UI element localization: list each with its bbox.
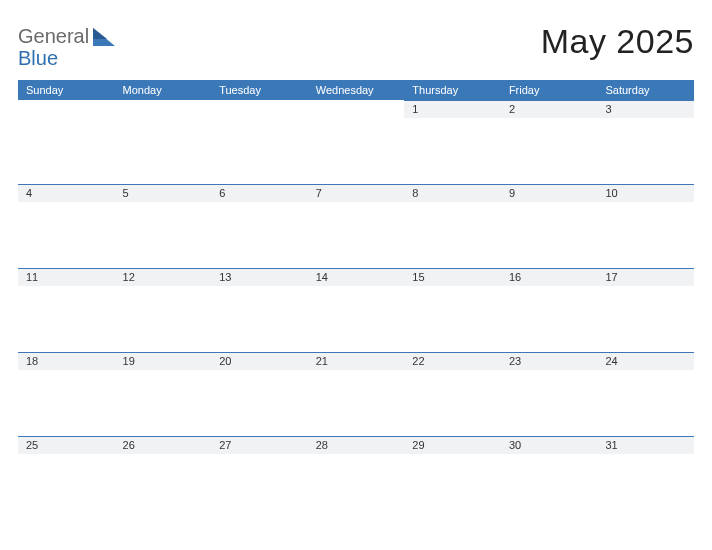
day-cell: 7 [308, 184, 405, 268]
brand-triangle-icon [93, 28, 115, 48]
day-number: 1 [404, 101, 501, 118]
day-cell: 8 [404, 184, 501, 268]
day-body [404, 202, 501, 268]
day-number: 3 [597, 101, 694, 118]
day-cell: 12 [115, 268, 212, 352]
brand-text: General Blue [18, 26, 89, 68]
day-number: 7 [308, 185, 405, 202]
day-cell-empty [115, 100, 212, 184]
day-number: 26 [115, 437, 212, 454]
day-cell: 4 [18, 184, 115, 268]
day-body [501, 454, 598, 520]
day-number: 14 [308, 269, 405, 286]
day-cell-empty [211, 100, 308, 184]
day-cell: 19 [115, 352, 212, 436]
day-body [404, 454, 501, 520]
day-number: 30 [501, 437, 598, 454]
weeks-container: 1234567891011121314151617181920212223242… [18, 100, 694, 520]
day-body [501, 118, 598, 184]
day-cell-empty [18, 100, 115, 184]
week-row: 45678910 [18, 184, 694, 268]
day-number: 20 [211, 353, 308, 370]
day-number: 23 [501, 353, 598, 370]
day-cell: 1 [404, 100, 501, 184]
day-body [501, 202, 598, 268]
calendar-grid: Sunday Monday Tuesday Wednesday Thursday… [18, 80, 694, 520]
day-body [597, 286, 694, 352]
day-number: 22 [404, 353, 501, 370]
day-cell: 20 [211, 352, 308, 436]
day-cell: 3 [597, 100, 694, 184]
day-body [404, 118, 501, 184]
day-body [115, 286, 212, 352]
day-body [597, 370, 694, 436]
day-cell: 13 [211, 268, 308, 352]
day-number: 17 [597, 269, 694, 286]
day-body [308, 454, 405, 520]
day-number: 2 [501, 101, 598, 118]
day-body [18, 202, 115, 268]
day-cell: 14 [308, 268, 405, 352]
day-body [18, 286, 115, 352]
day-body [501, 286, 598, 352]
day-number: 11 [18, 269, 115, 286]
day-body [308, 370, 405, 436]
day-cell: 6 [211, 184, 308, 268]
day-body [308, 202, 405, 268]
day-number: 24 [597, 353, 694, 370]
day-body [597, 118, 694, 184]
day-body [211, 202, 308, 268]
brand-logo: General Blue [18, 22, 115, 68]
day-cell: 17 [597, 268, 694, 352]
day-number: 13 [211, 269, 308, 286]
day-cell: 10 [597, 184, 694, 268]
week-row: 123 [18, 100, 694, 184]
day-cell: 5 [115, 184, 212, 268]
day-number: 31 [597, 437, 694, 454]
dow-monday: Monday [115, 84, 212, 96]
day-body [597, 202, 694, 268]
day-cell: 24 [597, 352, 694, 436]
day-body [18, 454, 115, 520]
day-cell: 23 [501, 352, 598, 436]
day-cell: 22 [404, 352, 501, 436]
day-body [211, 454, 308, 520]
week-row: 11121314151617 [18, 268, 694, 352]
day-number: 25 [18, 437, 115, 454]
day-cell: 30 [501, 436, 598, 520]
day-number: 5 [115, 185, 212, 202]
day-cell: 29 [404, 436, 501, 520]
day-number: 28 [308, 437, 405, 454]
day-cell: 31 [597, 436, 694, 520]
day-number: 16 [501, 269, 598, 286]
day-number: 6 [211, 185, 308, 202]
day-body [211, 370, 308, 436]
header: General Blue May 2025 [18, 22, 694, 68]
day-number: 8 [404, 185, 501, 202]
day-body [597, 454, 694, 520]
day-cell: 15 [404, 268, 501, 352]
brand-word-1: General [18, 25, 89, 47]
day-of-week-header: Sunday Monday Tuesday Wednesday Thursday… [18, 80, 694, 100]
day-number: 19 [115, 353, 212, 370]
day-body [501, 370, 598, 436]
dow-wednesday: Wednesday [308, 84, 405, 96]
day-body [115, 370, 212, 436]
brand-word-2: Blue [18, 48, 89, 68]
day-cell: 9 [501, 184, 598, 268]
day-cell: 28 [308, 436, 405, 520]
day-body [308, 286, 405, 352]
day-body [115, 202, 212, 268]
day-cell: 2 [501, 100, 598, 184]
day-cell: 26 [115, 436, 212, 520]
day-cell: 18 [18, 352, 115, 436]
day-number: 10 [597, 185, 694, 202]
day-body [404, 286, 501, 352]
dow-saturday: Saturday [597, 84, 694, 96]
day-number: 27 [211, 437, 308, 454]
day-cell: 25 [18, 436, 115, 520]
day-cell: 21 [308, 352, 405, 436]
day-number: 18 [18, 353, 115, 370]
day-body [115, 454, 212, 520]
week-row: 25262728293031 [18, 436, 694, 520]
